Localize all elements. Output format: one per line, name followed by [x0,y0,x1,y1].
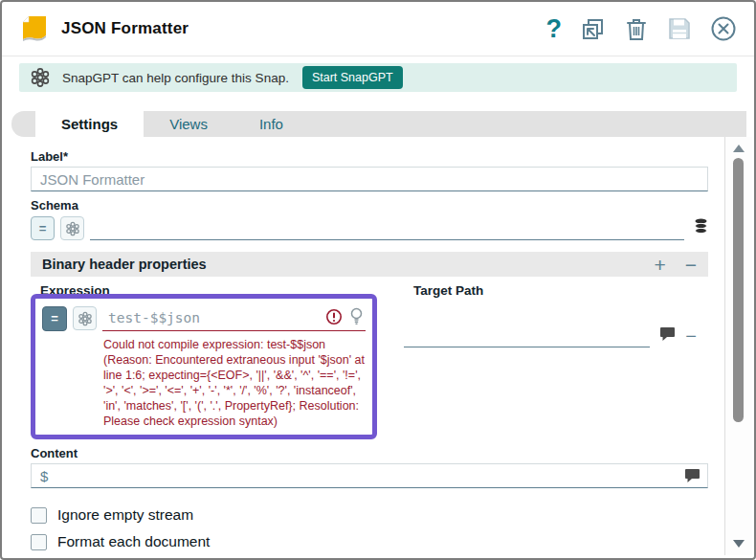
label-field-label: Label* [31,149,708,164]
expression-row: = test-$$json [42,305,366,331]
target-path-input[interactable] [404,324,650,347]
start-snapgpt-button[interactable]: Start SnapGPT [302,66,403,89]
help-icon[interactable]: ? [546,16,563,42]
snapgpt-banner-text: SnapGPT can help configure this Snap. [62,71,289,85]
schema-row: = [31,215,708,240]
save-icon[interactable] [667,16,692,41]
schema-database-icon[interactable] [694,218,708,238]
checkbox-format-each-document[interactable]: Format each document [31,528,708,555]
expression-error-highlight: = test-$$json [31,294,377,439]
scrollbar-thumb[interactable] [733,158,744,422]
delete-snap-icon[interactable] [624,16,649,42]
expression-suggest-icon[interactable] [73,306,97,330]
json-formatter-snap-icon [19,13,50,44]
content-field-label: Content [31,446,708,460]
properties-grid: Expression = test [31,281,708,439]
expression-error-message: Could not compile expression: test-$$jso… [103,337,367,429]
titlebar: JSON Formatter ? [2,2,754,56]
tabstrip: Settings Views Info [11,111,746,137]
scroll-down-icon[interactable] [733,540,745,548]
scroll-up-icon[interactable] [733,145,745,152]
expression-input[interactable]: test-$$json [102,305,366,331]
tab-views[interactable]: Views [144,111,233,137]
checkbox-ignore-empty-stream[interactable]: Ignore empty stream [31,502,708,528]
add-row-icon[interactable]: + [654,255,665,275]
snapgpt-banner: SnapGPT can help configure this Snap. St… [19,63,737,92]
close-icon[interactable] [710,15,737,42]
content-value: $ [40,468,48,484]
checkbox-json-lines[interactable]: JSON lines [31,555,708,560]
remove-row-icon[interactable]: − [685,326,697,346]
tab-info[interactable]: Info [233,111,309,137]
remove-rows-icon[interactable]: − [685,255,697,275]
snap-settings-dialog: JSON Formatter ? [0,0,756,560]
label-input[interactable]: JSON Formatter [31,167,708,191]
scrollbar[interactable] [724,137,752,555]
comment-icon[interactable] [684,468,700,487]
schema-field-label: Schema [31,198,708,213]
content-input[interactable]: $ [31,463,708,488]
expression-value: test-$$json [108,310,200,325]
checkbox-box[interactable] [31,507,47,524]
suggestion-lightbulb-icon[interactable] [349,307,364,328]
target-path-row: − [404,324,697,347]
settings-panel: Label* JSON Formatter Schema = [2,137,754,560]
checkbox-label: Format each document [57,533,210,550]
schema-input[interactable] [90,215,684,240]
options-list: Ignore empty stream Format each document… [31,502,708,560]
open-reference-icon[interactable] [580,16,606,42]
comment-icon[interactable] [659,326,676,346]
tab-settings[interactable]: Settings [35,111,144,137]
binary-header-properties-section: Binary header properties + − [31,252,708,277]
section-title: Binary header properties [42,257,207,272]
snapgpt-flower-icon [30,67,51,88]
expression-toggle-active[interactable]: = [42,306,67,331]
titlebar-actions: ? [546,15,738,42]
dialog-title: JSON Formatter [61,19,189,38]
schema-expression-toggle[interactable]: = [31,216,55,240]
schema-suggest-icon[interactable] [60,216,84,240]
checkbox-box[interactable] [31,534,47,550]
column-header-target-path: Target Path [413,283,708,298]
checkbox-label: Ignore empty stream [57,506,193,524]
expression-error-icon[interactable] [325,308,343,328]
